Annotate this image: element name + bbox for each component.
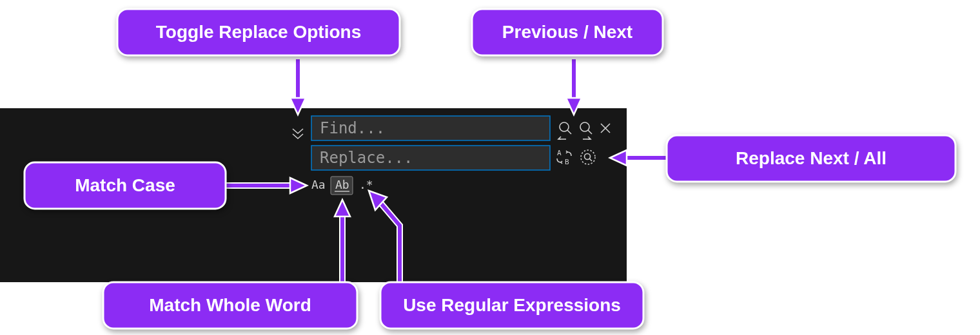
use-regex-toggle[interactable]: .* [359, 178, 373, 191]
arrow-toggle-replace [290, 59, 306, 115]
callout-replace-next-all-label: Replace Next / All [736, 148, 887, 168]
callout-toggle-replace: Toggle Replace Options [117, 9, 400, 55]
callout-replace-next-all: Replace Next / All [667, 135, 956, 182]
arrow-prev-next [566, 59, 582, 115]
callout-whole-word: Match Whole Word [103, 282, 357, 329]
callout-regex-label: Use Regular Expressions [403, 295, 621, 315]
replace-placeholder: Replace... [320, 149, 413, 167]
match-whole-word-toggle[interactable]: Ab [331, 177, 353, 195]
callout-match-case-label: Match Case [75, 175, 175, 195]
svg-text:A: A [557, 149, 562, 157]
callout-prev-next: Previous / Next [472, 9, 663, 55]
callout-whole-word-label: Match Whole Word [149, 295, 311, 315]
callout-prev-next-label: Previous / Next [502, 22, 632, 42]
svg-text:.*: .* [359, 178, 373, 191]
callout-regex: Use Regular Expressions [380, 282, 643, 329]
svg-text:B: B [565, 158, 569, 166]
callout-match-case: Match Case [24, 162, 226, 209]
callout-toggle-replace-label: Toggle Replace Options [156, 22, 361, 42]
svg-text:Ab: Ab [335, 178, 349, 191]
match-case-toggle[interactable]: Aa [311, 178, 326, 191]
svg-text:Aa: Aa [311, 178, 326, 191]
find-placeholder: Find... [320, 119, 385, 137]
